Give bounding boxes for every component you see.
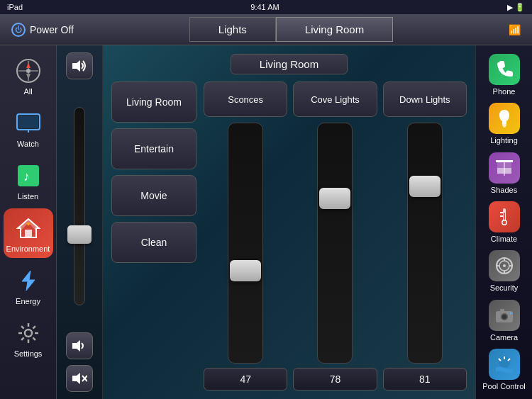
svg-marker-16 xyxy=(22,271,35,291)
sidebar-item-all-label: All xyxy=(23,87,32,96)
svg-point-44 xyxy=(502,315,506,319)
status-bar: iPad 9:41 AM ▶ 🔋 xyxy=(0,0,532,14)
pool-icon xyxy=(489,349,520,380)
svg-rect-7 xyxy=(18,116,38,128)
volume-slider-container xyxy=(66,85,93,327)
right-item-pool-control[interactable]: Pool Control xyxy=(479,346,530,393)
sidebar-item-watch[interactable]: Watch xyxy=(4,103,53,153)
scene-slider-area: Living Room Entertain Movie Clean Sconce… xyxy=(111,82,467,390)
slider-cove-lights-thumb[interactable] xyxy=(319,188,350,209)
volume-down-button[interactable] xyxy=(66,332,93,359)
slider-cove-lights-track[interactable] xyxy=(317,123,353,364)
energy-icon xyxy=(14,266,43,295)
wifi-icon: ▶ 🔋 xyxy=(507,3,525,12)
slider-down-lights: 81 xyxy=(383,123,467,390)
climate-icon xyxy=(489,201,520,232)
gear-icon xyxy=(14,319,43,347)
slider-sconces-value: 47 xyxy=(204,368,287,390)
sidebar-item-settings[interactable]: Settings xyxy=(4,313,53,363)
svg-rect-24 xyxy=(503,126,506,128)
sidebar-item-environment[interactable]: Environment xyxy=(4,208,53,258)
nav-right: 📶 xyxy=(497,24,532,35)
svg-rect-45 xyxy=(500,309,504,312)
power-label: Power Off xyxy=(30,24,74,35)
slider-sconces-thumb[interactable] xyxy=(230,260,261,281)
svg-point-34 xyxy=(502,220,506,224)
right-item-camera[interactable]: Camera xyxy=(479,296,530,344)
right-item-shades-label: Shades xyxy=(491,186,517,194)
svg-point-15 xyxy=(27,223,30,225)
sliders-header: Sconces Cove Lights Down Lights xyxy=(204,82,467,117)
left-sidebar: All Watch ♪ Listen xyxy=(0,45,57,399)
tab-living-room[interactable]: Living Room xyxy=(276,17,393,42)
volume-up-button[interactable] xyxy=(66,52,93,79)
top-nav: ⏻ Power Off Lights Living Room 📶 xyxy=(0,14,532,45)
svg-point-3 xyxy=(26,69,31,73)
slider-sconces: 47 xyxy=(204,123,287,390)
sidebar-item-listen-label: Listen xyxy=(18,192,38,201)
tab-lights[interactable]: Lights xyxy=(189,17,276,42)
music-icon: ♪ xyxy=(14,162,43,190)
right-item-security-label: Security xyxy=(490,283,519,292)
volume-slider-track[interactable] xyxy=(74,107,85,305)
scene-living-room-button[interactable]: Living Room xyxy=(111,82,196,123)
main-content: Living Room Living Room Entertain Movie … xyxy=(103,45,475,399)
sidebar-item-energy-label: Energy xyxy=(16,297,40,305)
slider-cove-lights: 78 xyxy=(293,123,377,390)
compass-icon xyxy=(14,57,43,85)
right-item-phone-label: Phone xyxy=(493,87,516,96)
right-item-camera-label: Camera xyxy=(490,333,518,342)
right-item-phone[interactable]: Phone xyxy=(479,51,530,99)
tv-icon xyxy=(14,109,43,137)
svg-text:♪: ♪ xyxy=(23,169,30,184)
sidebar-item-environment-label: Environment xyxy=(6,245,50,253)
slider-header-down-lights[interactable]: Down Lights xyxy=(383,82,467,117)
volume-slider-thumb[interactable] xyxy=(67,225,92,244)
scene-clean-button[interactable]: Clean xyxy=(111,222,196,263)
control-strip xyxy=(57,45,103,399)
slider-down-lights-thumb[interactable] xyxy=(409,176,440,197)
slider-down-lights-value: 81 xyxy=(383,368,467,390)
carrier-label: iPad xyxy=(7,3,23,11)
right-item-climate-label: Climate xyxy=(491,235,517,243)
svg-marker-20 xyxy=(72,373,80,384)
right-item-lighting[interactable]: Lighting xyxy=(479,100,530,147)
right-item-shades[interactable]: Shades xyxy=(479,150,530,197)
svg-point-41 xyxy=(503,264,506,267)
scenes-column: Living Room Entertain Movie Clean xyxy=(111,82,196,390)
svg-marker-5 xyxy=(26,74,31,79)
sliders-area: Sconces Cove Lights Down Lights 47 xyxy=(204,82,467,390)
lightbulb-icon xyxy=(489,103,520,134)
mute-button[interactable] xyxy=(66,365,93,392)
right-item-security[interactable]: Security xyxy=(479,247,530,295)
sidebar-item-all[interactable]: All xyxy=(4,51,53,101)
power-button[interactable]: ⏻ Power Off xyxy=(0,23,85,37)
room-label: Living Room xyxy=(231,54,348,74)
sliders-row: 47 78 81 xyxy=(204,123,467,390)
right-item-climate[interactable]: Climate xyxy=(479,198,530,246)
slider-sconces-track[interactable] xyxy=(228,123,263,364)
scene-entertain-button[interactable]: Entertain xyxy=(111,128,196,169)
security-icon xyxy=(489,250,520,281)
svg-rect-23 xyxy=(502,124,506,126)
svg-point-46 xyxy=(509,312,511,314)
slider-header-sconces[interactable]: Sconces xyxy=(204,82,287,117)
svg-point-17 xyxy=(25,330,32,337)
nav-tabs: Lights Living Room xyxy=(85,17,497,42)
signal-icon: 📶 xyxy=(509,24,521,35)
svg-marker-18 xyxy=(72,60,80,72)
svg-marker-4 xyxy=(26,62,31,68)
sidebar-item-energy[interactable]: Energy xyxy=(4,261,53,310)
slider-down-lights-track[interactable] xyxy=(407,123,443,364)
sidebar-item-settings-label: Settings xyxy=(14,349,43,358)
scene-movie-button[interactable]: Movie xyxy=(111,175,196,216)
right-item-pool-label: Pool Control xyxy=(482,382,526,390)
svg-rect-33 xyxy=(504,213,505,220)
time-label: 9:41 AM xyxy=(250,3,279,11)
shades-icon xyxy=(489,152,520,184)
slider-header-cove-lights[interactable]: Cove Lights xyxy=(293,82,377,117)
svg-marker-19 xyxy=(72,340,80,352)
camera-icon xyxy=(489,300,520,331)
right-item-lighting-label: Lighting xyxy=(490,136,518,145)
sidebar-item-listen[interactable]: ♪ Listen xyxy=(4,156,53,206)
